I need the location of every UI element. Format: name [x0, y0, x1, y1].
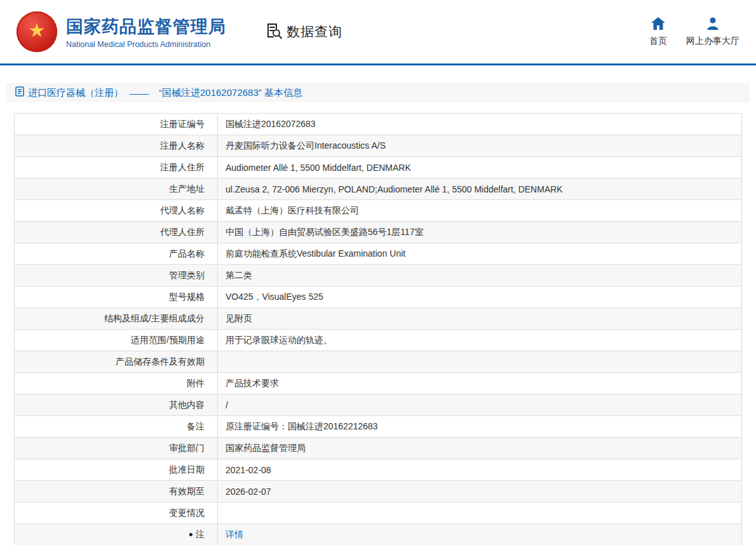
header-divider: [0, 64, 756, 65]
table-row: 其他内容/: [15, 394, 742, 416]
row-value: /: [218, 394, 742, 416]
row-label: 批准日期: [15, 459, 218, 481]
row-label: 生产地址: [15, 178, 218, 200]
row-value: 2026-02-07: [218, 481, 742, 502]
table-row: 产品储存条件及有效期: [15, 351, 742, 373]
row-label: 有效期至: [15, 481, 218, 502]
row-label: 适用范围/预期用途: [15, 330, 218, 351]
row-label: 备注: [15, 416, 218, 438]
document-search-icon: [266, 22, 282, 41]
table-row: 注册证编号国械注进20162072683: [15, 114, 742, 135]
row-value: Audiometer Allé 1, 5500 Middelfart, DENM…: [218, 157, 742, 178]
row-value: 国家药品监督管理局: [218, 438, 742, 459]
table-row: 批准日期2021-02-08: [15, 459, 742, 481]
table-row: 产品名称前庭功能检查系统Vestibular Examination Unit: [15, 243, 742, 265]
page-title: “国械注进20162072683” 基本信息: [159, 87, 302, 99]
table-row: 代理人名称戴孟特（上海）医疗科技有限公司: [15, 200, 742, 222]
row-label: 管理类别: [15, 265, 218, 286]
table-row: 型号规格VO425，VisualEyes 525: [15, 286, 742, 308]
row-label: 产品名称: [15, 243, 218, 265]
org-name-en: National Medical Products Administration: [66, 40, 226, 49]
table-row: 生产地址ul.Zeusa 2, 72-006 Mierzyn, POLAND;A…: [15, 178, 742, 200]
row-value: 见附页: [218, 308, 742, 330]
site-header: ★ 国家药品监督管理局 National Medical Products Ad…: [0, 0, 756, 64]
breadcrumb-dash: ——: [130, 88, 149, 98]
row-label: 注册证编号: [15, 114, 218, 135]
registration-info-table: 注册证编号国械注进20162072683注册人名称丹麦国际听力设备公司Inter…: [14, 113, 742, 545]
row-value: ul.Zeusa 2, 72-006 Mierzyn, POLAND;Audio…: [218, 178, 742, 200]
nav-service-hall[interactable]: 网上办事大厅: [686, 17, 739, 47]
row-value: VO425，VisualEyes 525: [218, 286, 742, 308]
row-value: 前庭功能检查系统Vestibular Examination Unit: [218, 243, 742, 265]
data-query-label: 数据查询: [287, 23, 342, 41]
row-label: 结构及组成/主要组成成分: [15, 308, 218, 330]
breadcrumb-category: 进口医疗器械（注册）: [28, 87, 123, 99]
data-query-nav[interactable]: 数据查询: [266, 22, 342, 41]
row-value: 产品技术要求: [218, 373, 742, 394]
row-label: 注册人名称: [15, 135, 218, 157]
row-value: [218, 502, 742, 524]
user-icon: [706, 17, 719, 32]
document-icon: [15, 86, 24, 99]
table-row: 注册人住所Audiometer Allé 1, 5500 Middelfart,…: [15, 157, 742, 178]
table-row: 附件产品技术要求: [15, 373, 742, 394]
row-label: 代理人住所: [15, 222, 218, 243]
row-label: 产品储存条件及有效期: [15, 351, 218, 373]
row-value: [218, 351, 742, 373]
row-value: 中国（上海）自由贸易试验区美盛路56号1层117室: [218, 222, 742, 243]
row-value: 第二类: [218, 265, 742, 286]
row-label: 附件: [15, 373, 218, 394]
table-row: 变更情况: [15, 502, 742, 524]
info-table-body: 注册证编号国械注进20162072683注册人名称丹麦国际听力设备公司Inter…: [15, 114, 742, 545]
detail-link[interactable]: 详情: [226, 529, 243, 539]
nmpa-logo-link[interactable]: ★ 国家药品监督管理局 National Medical Products Ad…: [17, 11, 226, 52]
table-row: ●注详情: [15, 524, 742, 545]
org-name-cn: 国家药品监督管理局: [66, 15, 226, 38]
table-row: 审批部门国家药品监督管理局: [15, 438, 742, 459]
table-row: 有效期至2026-02-07: [15, 481, 742, 502]
table-row: 结构及组成/主要组成成分见附页: [15, 308, 742, 330]
row-label: 变更情况: [15, 502, 218, 524]
table-row: 适用范围/预期用途用于记录眼球运动的轨迹。: [15, 330, 742, 351]
row-label: 代理人名称: [15, 200, 218, 222]
breadcrumb: 进口医疗器械（注册） —— “国械注进20162072683” 基本信息: [6, 83, 750, 102]
table-row: 代理人住所中国（上海）自由贸易试验区美盛路56号1层117室: [15, 222, 742, 243]
row-label: 审批部门: [15, 438, 218, 459]
row-label: 其他内容: [15, 394, 218, 416]
nav-service-hall-label: 网上办事大厅: [686, 36, 739, 47]
row-value: 戴孟特（上海）医疗科技有限公司: [218, 200, 742, 222]
note-icon: ●: [189, 530, 193, 539]
table-row: 注册人名称丹麦国际听力设备公司Interacoustics A/S: [15, 135, 742, 157]
home-icon: [651, 17, 665, 32]
star-icon: ★: [29, 21, 46, 40]
row-label: 型号规格: [15, 286, 218, 308]
row-value: 2021-02-08: [218, 459, 742, 481]
nav-home-label: 首页: [649, 36, 667, 47]
table-row: 管理类别第二类: [15, 265, 742, 286]
row-label: 注册人住所: [15, 157, 218, 178]
national-emblem-icon: ★: [17, 11, 57, 52]
row-label: ●注: [15, 524, 218, 545]
table-row: 备注原注册证编号：国械注进20162212683: [15, 416, 742, 438]
row-value: 国械注进20162072683: [218, 114, 742, 135]
row-value: 原注册证编号：国械注进20162212683: [218, 416, 742, 438]
nav-home[interactable]: 首页: [649, 17, 667, 47]
header-nav: 首页 网上办事大厅: [649, 17, 739, 47]
row-value: 丹麦国际听力设备公司Interacoustics A/S: [218, 135, 742, 157]
row-value: 用于记录眼球运动的轨迹。: [218, 330, 742, 351]
row-value: 详情: [218, 524, 742, 545]
